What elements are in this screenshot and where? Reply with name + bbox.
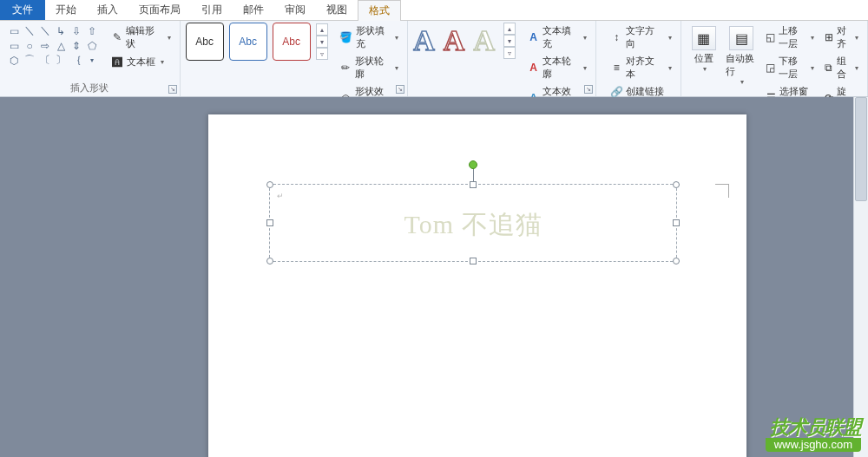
chevron-down-icon: ▾	[668, 34, 672, 42]
shape-lbracket-icon[interactable]: 〔	[38, 54, 52, 67]
scrollbar-thumb[interactable]	[855, 97, 867, 201]
shape-line2-icon[interactable]: ＼	[38, 24, 52, 37]
text-outline-icon: A	[528, 62, 539, 74]
shape-rbracket-icon[interactable]: 〕	[54, 54, 68, 67]
chevron-down-icon: ▾	[168, 34, 171, 42]
dialog-launcher-icon[interactable]: ↘	[396, 85, 404, 94]
page-canvas[interactable]: ↵ Tom 不追猫	[208, 114, 746, 457]
group-text: ↕文字方向▾ ≡对齐文本▾ 🔗创建链接 文本	[596, 21, 681, 96]
wrap-text-button[interactable]: ▤ 自动换行 ▾	[724, 23, 758, 89]
shape-lbrace-icon[interactable]: ｛	[69, 54, 83, 67]
align-text-button[interactable]: ≡对齐文本▾	[607, 53, 675, 82]
send-backward-button[interactable]: ◲下移一层▾	[762, 53, 818, 82]
shape-oval-icon[interactable]: ○	[23, 39, 36, 52]
gallery-more-icon[interactable]: ▿	[503, 47, 516, 59]
chevron-down-icon: ▾	[583, 34, 587, 42]
align-text-icon: ≡	[610, 62, 622, 74]
group-icon: ⧉	[825, 62, 833, 74]
ribbon: ▭ ＼ ＼ ↳ ⇩ ⇧ ▭ ○ ⇨ △ ⇕ ⬠ ⬡ ⌒ 〔 〕 ｛	[0, 21, 868, 97]
shape-arrow-up-icon[interactable]: ⇧	[85, 24, 99, 37]
wordart-style-2[interactable]: A	[444, 24, 465, 57]
tab-review[interactable]: 审阅	[274, 0, 316, 20]
text-direction-icon: ↕	[610, 31, 622, 43]
resize-handle-b[interactable]	[470, 258, 477, 264]
resize-handle-tl[interactable]	[266, 181, 273, 188]
position-button[interactable]: ▦ 位置 ▾	[687, 23, 720, 76]
tab-insert[interactable]: 插入	[87, 0, 128, 20]
chevron-down-icon: ▾	[668, 64, 672, 72]
shape-hex-icon[interactable]: ⬡	[7, 54, 21, 67]
text-box-icon: 🅰	[111, 56, 123, 69]
chevron-down-icon: ▾	[395, 34, 398, 42]
tab-references[interactable]: 引用	[191, 0, 233, 20]
gallery-more-icon[interactable]: ▿	[316, 48, 328, 60]
text-fill-icon: A	[528, 31, 539, 43]
align-icon: ⊞	[825, 31, 833, 43]
tab-home[interactable]: 开始	[45, 0, 87, 20]
wrap-text-icon: ▤	[729, 26, 753, 50]
shape-line-icon[interactable]: ＼	[23, 24, 36, 37]
rotate-handle[interactable]	[469, 160, 477, 169]
tab-mailings[interactable]: 邮件	[233, 0, 274, 20]
chevron-down-icon: ▾	[395, 64, 398, 72]
group-button[interactable]: ⧉组合▾	[821, 53, 862, 82]
shape-more-icon[interactable]: ▾	[85, 54, 99, 67]
watermark: 技术员联盟 www.jsgho.com	[766, 417, 861, 452]
document-workspace: ↵ Tom 不追猫	[0, 97, 868, 457]
text-outline-button[interactable]: A文本轮廓▾	[524, 53, 590, 82]
shape-triangle-icon[interactable]: △	[54, 39, 68, 52]
gallery-down-icon[interactable]: ▾	[503, 35, 516, 47]
text-fill-button[interactable]: A文本填充▾	[524, 23, 590, 52]
file-tab[interactable]: 文件	[0, 0, 45, 20]
gallery-down-icon[interactable]: ▾	[316, 36, 328, 48]
tab-page-layout[interactable]: 页面布局	[128, 0, 191, 20]
group-insert-shapes: ▭ ＼ ＼ ↳ ⇩ ⇧ ▭ ○ ⇨ △ ⇕ ⬠ ⬡ ⌒ 〔 〕 ｛	[0, 21, 181, 96]
shape-style-3[interactable]: Abc	[273, 23, 311, 61]
shape-fill-button[interactable]: 🪣形状填充▾	[337, 23, 403, 52]
resize-handle-tr[interactable]	[673, 181, 680, 188]
edit-shape-icon: ✎	[111, 31, 122, 43]
chevron-down-icon: ▾	[583, 64, 587, 72]
resize-handle-t[interactable]	[470, 181, 477, 188]
gallery-up-icon[interactable]: ▴	[316, 23, 328, 36]
gallery-up-icon[interactable]: ▴	[503, 23, 516, 35]
wordart-style-3[interactable]: A	[473, 24, 495, 57]
shape-curve-icon[interactable]: ⌒	[23, 54, 36, 67]
shape-style-2[interactable]: Abc	[229, 23, 267, 61]
chevron-down-icon: ▾	[855, 64, 858, 72]
shape-arrow-updown-icon[interactable]: ⇕	[69, 39, 83, 52]
text-direction-button[interactable]: ↕文字方向▾	[607, 23, 675, 52]
shape-rect-icon[interactable]: ▭	[7, 39, 21, 52]
dialog-launcher-icon[interactable]: ↘	[584, 85, 593, 94]
shape-arrow-down-icon[interactable]: ⇩	[69, 24, 83, 37]
edit-shape-button[interactable]: ✎ 编辑形状 ▾	[108, 23, 174, 52]
ribbon-tabs: 文件 开始 插入 页面布局 引用 邮件 审阅 视图 格式	[0, 0, 868, 21]
resize-handle-br[interactable]	[673, 258, 680, 264]
tab-view[interactable]: 视图	[316, 0, 358, 20]
shape-text-box-icon[interactable]: ▭	[7, 24, 21, 37]
shape-arrow-right-icon[interactable]: ⇨	[38, 39, 52, 52]
shape-outline-button[interactable]: ✏形状轮廓▾	[337, 53, 403, 82]
shape-connector-icon[interactable]: ↳	[54, 24, 68, 37]
shape-callout-icon[interactable]: ⬠	[85, 39, 99, 52]
wordart-style-1[interactable]: A	[413, 24, 435, 57]
resize-handle-bl[interactable]	[266, 258, 273, 264]
dialog-launcher-icon[interactable]: ↘	[168, 85, 177, 94]
chevron-down-icon: ▾	[811, 34, 814, 42]
text-box-button[interactable]: 🅰 文本框 ▾	[108, 54, 174, 70]
vertical-scrollbar[interactable]	[853, 97, 868, 457]
margin-corner-icon	[715, 184, 729, 198]
wordart-selection-box[interactable]: ↵ Tom 不追猫	[269, 184, 677, 262]
send-backward-icon: ◲	[766, 62, 775, 74]
shapes-gallery[interactable]: ▭ ＼ ＼ ↳ ⇩ ⇧ ▭ ○ ⇨ △ ⇕ ⬠ ⬡ ⌒ 〔 〕 ｛	[5, 23, 101, 69]
tab-format[interactable]: 格式	[358, 0, 401, 21]
group-shape-styles: Abc Abc Abc ▴ ▾ ▿ 🪣形状填充▾ ✏形状轮廓▾ ◎形状效果▾ 形…	[181, 21, 409, 96]
shape-style-1[interactable]: Abc	[186, 23, 224, 61]
bring-forward-button[interactable]: ◱上移一层▾	[762, 23, 818, 52]
paint-bucket-icon: 🪣	[340, 31, 352, 43]
link-icon: 🔗	[610, 86, 622, 98]
bring-forward-icon: ◱	[766, 31, 775, 43]
chevron-down-icon: ▾	[703, 65, 707, 73]
wordart-text[interactable]: Tom 不追猫	[270, 207, 676, 243]
align-button[interactable]: ⊞对齐▾	[821, 23, 862, 52]
